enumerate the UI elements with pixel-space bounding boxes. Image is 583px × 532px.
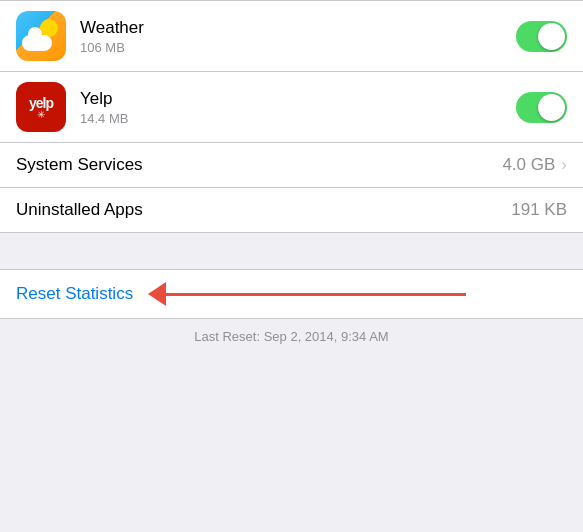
uninstalled-apps-label: Uninstalled Apps — [16, 200, 511, 220]
system-services-row[interactable]: System Services 4.0 GB › — [0, 143, 583, 188]
weather-app-info: Weather 106 MB — [80, 18, 516, 55]
section-gap — [0, 233, 583, 269]
weather-toggle[interactable] — [516, 21, 567, 52]
yelp-app-size: 14.4 MB — [80, 111, 516, 126]
system-services-chevron-icon: › — [561, 155, 567, 175]
cloud-icon — [22, 35, 52, 51]
uninstalled-apps-row: Uninstalled Apps 191 KB — [0, 188, 583, 232]
yelp-row: yelp ✳ Yelp 14.4 MB — [0, 72, 583, 143]
uninstalled-apps-value: 191 KB — [511, 200, 567, 220]
weather-toggle-knob — [538, 23, 565, 50]
arrow-line-icon — [166, 293, 466, 296]
footer: Last Reset: Sep 2, 2014, 9:34 AM — [0, 319, 583, 354]
reset-row: Reset Statistics — [0, 270, 583, 318]
yelp-app-name: Yelp — [80, 89, 516, 109]
system-services-value: 4.0 GB — [502, 155, 555, 175]
yelp-app-icon: yelp ✳ — [16, 82, 66, 132]
app-list: Weather 106 MB yelp ✳ Yelp 14.4 MB Syste… — [0, 0, 583, 233]
weather-app-name: Weather — [80, 18, 516, 38]
arrow-head-icon — [148, 282, 166, 306]
weather-app-size: 106 MB — [80, 40, 516, 55]
yelp-icon-burst: ✳ — [37, 109, 45, 120]
yelp-toggle-knob — [538, 94, 565, 121]
reset-section: Reset Statistics — [0, 269, 583, 319]
weather-app-icon — [16, 11, 66, 61]
last-reset-text: Last Reset: Sep 2, 2014, 9:34 AM — [16, 329, 567, 344]
yelp-toggle[interactable] — [516, 92, 567, 123]
reset-statistics-button[interactable]: Reset Statistics — [16, 284, 133, 304]
yelp-app-info: Yelp 14.4 MB — [80, 89, 516, 126]
weather-row: Weather 106 MB — [0, 1, 583, 72]
system-services-label: System Services — [16, 155, 502, 175]
arrow-container — [149, 282, 567, 306]
